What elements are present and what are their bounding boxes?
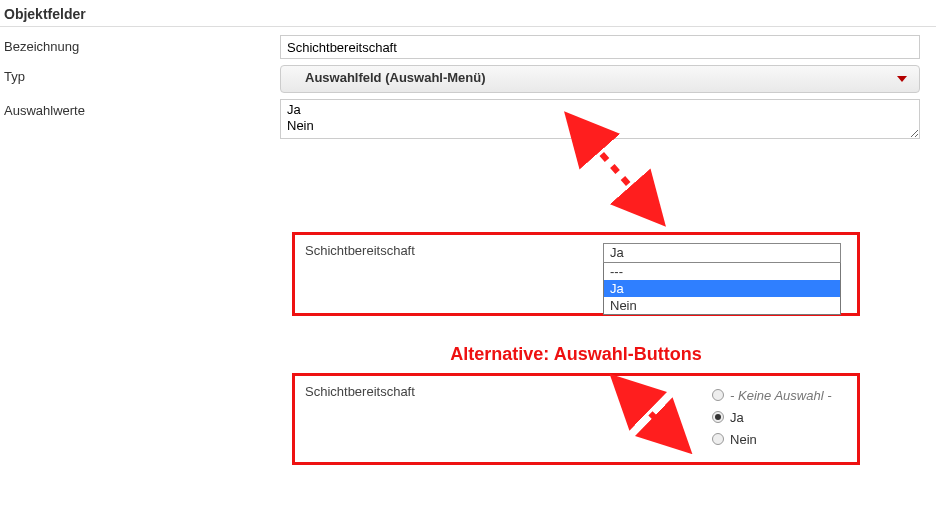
row-auswahlwerte: Auswahlwerte [0,99,936,142]
radio-option[interactable]: - Keine Auswahl - [712,384,847,406]
alternative-heading: Alternative: Auswahl-Buttons [292,344,860,365]
dropdown-option[interactable]: Ja [604,280,840,297]
radio-icon [712,389,724,401]
dropdown-option[interactable]: Nein [604,297,840,314]
label-typ: Typ [0,65,280,88]
chevron-down-icon [897,76,907,82]
radio-option[interactable]: Nein [712,428,847,450]
section-title: Objektfelder [0,0,936,27]
radio-icon [712,433,724,445]
radio-option[interactable]: Ja [712,406,847,428]
preview-radio-label: Schichtbereitschaft [305,384,592,454]
radio-option-label: Ja [730,410,744,425]
radio-option-label: Nein [730,432,757,447]
preview-dropdown-label: Schichtbereitschaft [305,243,603,305]
form-area: Bezeichnung Typ Auswahlfeld (Auswahl-Men… [0,27,936,142]
radio-icon [712,411,724,423]
select-typ-value: Auswahlfeld (Auswahl-Menü) [305,70,486,85]
input-bezeichnung[interactable] [280,35,920,59]
label-auswahlwerte: Auswahlwerte [0,99,280,122]
dropdown-option[interactable]: --- [604,263,840,280]
row-typ: Typ Auswahlfeld (Auswahl-Menü) [0,65,936,93]
label-bezeichnung: Bezeichnung [0,35,280,58]
select-typ[interactable]: Auswahlfeld (Auswahl-Menü) [280,65,920,93]
preview-radio-col: - Keine Auswahl - Ja Nein [592,384,847,454]
preview-dropdown-wrap: Ja --- Ja Nein [603,243,841,305]
row-bezeichnung: Bezeichnung [0,35,936,59]
radio-option-label: - Keine Auswahl - [730,388,831,403]
preview-dropdown-list: --- Ja Nein [603,263,841,315]
preview-dropdown-current[interactable]: Ja [603,243,841,263]
preview-radio-box: Schichtbereitschaft - Keine Auswahl - Ja… [292,373,860,465]
textarea-auswahlwerte[interactable] [280,99,920,139]
preview-dropdown-box: Schichtbereitschaft Ja --- Ja Nein [292,232,860,316]
